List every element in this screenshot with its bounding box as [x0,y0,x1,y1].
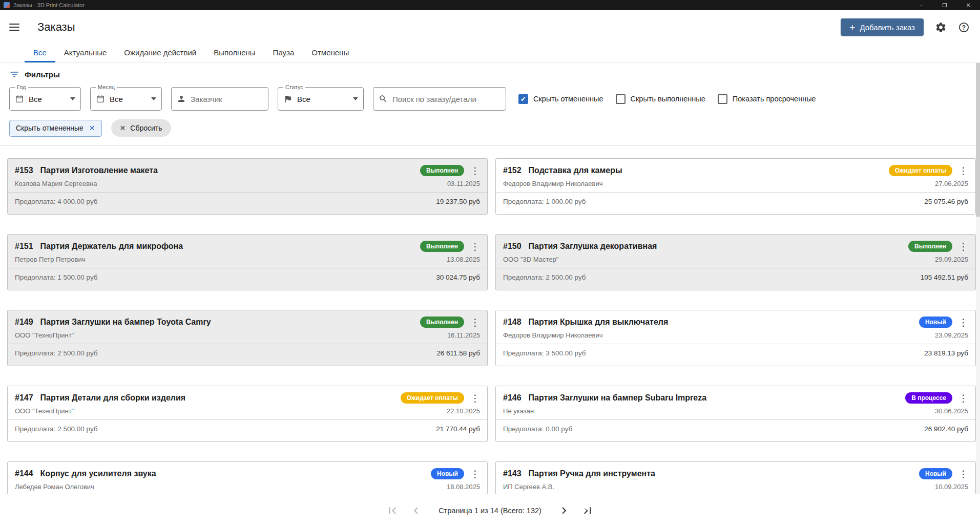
status-badge: Выполнен [420,241,464,252]
settings-gear-icon[interactable] [935,22,947,33]
tab-actual[interactable]: Актуальные [55,44,115,62]
kebab-menu-icon[interactable]: ⋮ [470,242,480,251]
order-card-149[interactable]: #149 Партия Заглушки на бампер Toyota Ca… [7,310,488,366]
status-select[interactable]: Статус Все [278,87,364,111]
checkbox-show-overdue[interactable]: ✓ Показать просроченные [718,94,816,104]
customer-name: ИП Сергеев А.В. [503,483,554,491]
tab-bar: Все Актуальные Ожидание действий Выполне… [0,44,980,62]
kebab-menu-icon[interactable]: ⋮ [958,393,968,403]
order-title: Подставка для камеры [529,166,889,175]
order-date: 22.10.2025 [447,407,480,415]
order-title: Партия Заглушки на бампер Toyota Camry [40,318,420,327]
order-card-148[interactable]: #148 Партия Крышка для выключателя Новый… [495,310,976,366]
card-header: #147 Партия Детали для сборки изделия Ож… [8,386,487,404]
filters-title-label: Фильтры [25,70,60,79]
card-header: #150 Партия Заглушка декоративная Выполн… [496,235,975,252]
order-id: #151 [15,242,33,251]
chip-close-icon[interactable]: ✕ [89,124,95,132]
order-card-150[interactable]: #150 Партия Заглушка декоративная Выполн… [495,234,976,290]
order-total: 105 492.51 руб [921,273,968,281]
order-card-147[interactable]: #147 Партия Детали для сборки изделия Ож… [7,386,488,442]
checkbox-hide-completed[interactable]: ✓ Скрыть выполненные [616,94,705,104]
add-order-button[interactable]: + Добавить заказ [841,18,924,36]
customer-name: ООО "3D Мастер" [503,256,558,263]
card-subrow: ООО "ТехноПринт" 22.10.2025 [8,404,487,415]
month-value: Все [110,95,147,103]
help-icon[interactable]: ? [958,22,970,33]
order-id: #148 [503,318,522,327]
first-page-icon [386,504,399,517]
order-title: Партия Заглушка декоративная [529,242,908,251]
tab-completed[interactable]: Выполнены [205,44,264,62]
kebab-menu-icon[interactable]: ⋮ [958,242,968,251]
tab-paused[interactable]: Пауза [264,44,303,62]
previous-page-button[interactable] [408,502,424,519]
search-field[interactable] [373,87,506,111]
status-badge: Новый [919,468,952,479]
checkbox-icon: ✓ [616,94,625,104]
card-subrow: Козлова Мария Сергеевна 03.11.2025 [8,176,487,187]
search-input[interactable] [392,95,501,103]
status-badge: Новый [919,317,952,328]
status-badge: Ожидает оплаты [401,392,464,404]
search-icon [379,94,388,103]
card-footer: Предоплата: 2 500.00 руб 26 611.58 руб [8,344,487,362]
kebab-menu-icon[interactable]: ⋮ [958,318,968,327]
card-footer: Предоплата: 0.00 руб 26 902.40 руб [496,420,975,438]
reset-filters-button[interactable]: ✕ Сбросить [111,119,171,137]
tab-awaiting-actions[interactable]: Ожидание действий [115,44,205,62]
year-select[interactable]: Год Все [9,87,81,111]
close-button[interactable]: ✕ [956,0,980,10]
customer-name: ООО "ТехноПринт" [15,407,74,415]
order-card-152[interactable]: #152 Подставка для камеры Ожидает оплаты… [495,158,976,215]
status-value: Все [297,95,349,103]
kebab-menu-icon[interactable]: ⋮ [470,469,480,479]
customer-name: Не указан [503,407,534,415]
kebab-menu-icon[interactable]: ⋮ [958,166,968,176]
chevron-right-icon [557,504,571,517]
card-footer: Предоплата: 4 000.00 руб 19 237.50 руб [8,193,487,210]
hamburger-menu-icon[interactable] [9,24,19,31]
order-total: 25 075.46 руб [924,198,968,205]
order-date: 27.06.2025 [935,180,968,187]
customer-name: Федоров Владимир Николаевич [503,180,602,187]
customer-field[interactable] [171,87,268,111]
minimize-button[interactable]: – [909,0,933,10]
order-total: 23 819.13 руб [924,349,968,357]
scrollbar-thumb[interactable] [976,63,980,217]
order-total: 19 237.50 руб [436,198,480,205]
next-page-button[interactable] [556,502,572,519]
maximize-button[interactable] [933,0,956,10]
order-card-153[interactable]: #153 Партия Изготовление макета Выполнен… [7,158,488,215]
filters-header: Фильтры [9,69,971,79]
vertical-scrollbar[interactable] [976,63,980,527]
order-id: #144 [15,469,33,478]
order-id: #150 [503,242,522,251]
status-badge: Ожидает оплаты [889,165,952,176]
chevron-down-icon [151,97,156,100]
filters-section: Фильтры Год Все Месяц Все Статус [0,62,980,137]
kebab-menu-icon[interactable]: ⋮ [958,469,968,479]
checkbox-hide-cancelled[interactable]: ✓ Скрыть отмененные [518,94,603,104]
card-subrow: Не указан 30.06.2025 [496,404,975,415]
year-label: Год [15,84,28,90]
filter-chip-hide-cancelled[interactable]: Скрыть отмененные ✕ [9,120,102,137]
first-page-button[interactable] [384,502,401,519]
app-header: Заказы + Добавить заказ ? [0,10,980,44]
chevron-left-icon [409,504,423,517]
tab-all[interactable]: Все [25,44,55,62]
kebab-menu-icon[interactable]: ⋮ [470,393,480,403]
kebab-menu-icon[interactable]: ⋮ [470,166,480,176]
kebab-menu-icon[interactable]: ⋮ [470,318,480,327]
order-card-146[interactable]: #146 Партия Заглушки на бампер Subaru Im… [495,386,976,442]
customer-input[interactable] [191,95,263,103]
order-id: #153 [15,166,33,175]
last-page-button[interactable] [579,502,596,519]
order-card-151[interactable]: #151 Партия Держатель для микрофона Выпо… [7,234,488,290]
month-select[interactable]: Месяц Все [90,87,162,111]
card-header: #153 Партия Изготовление макета Выполнен… [8,159,487,176]
app-icon [4,2,10,8]
tab-cancelled[interactable]: Отменены [303,44,358,62]
checkbox-label: Показать просроченные [733,95,816,103]
order-date: 30.06.2025 [935,407,968,415]
